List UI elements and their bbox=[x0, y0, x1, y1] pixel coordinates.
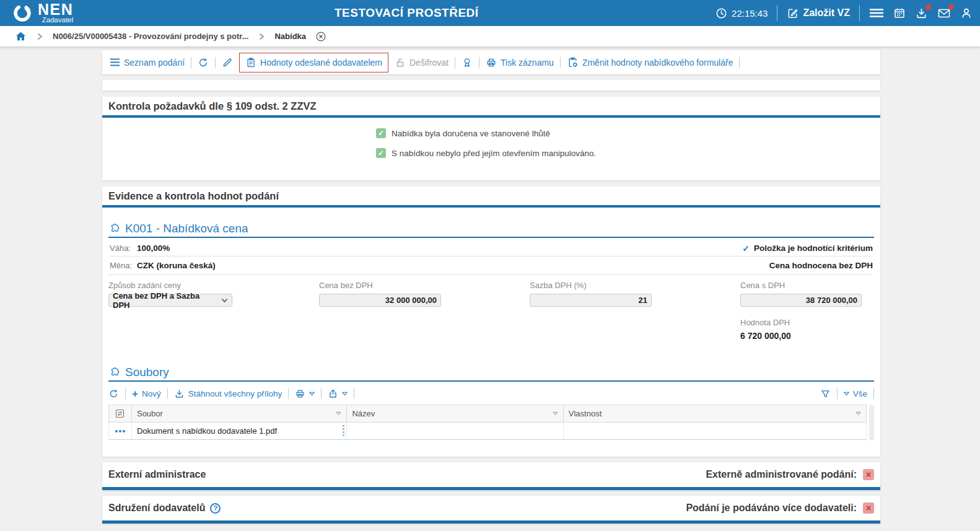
pencil-icon bbox=[222, 57, 233, 68]
column-filter-icon[interactable] bbox=[855, 411, 861, 416]
row-vlastnost-cell[interactable] bbox=[564, 423, 866, 439]
create-vz-label: Založit VZ bbox=[803, 7, 850, 19]
check-label: S nabídkou nebylo před jejím otevřením m… bbox=[392, 149, 596, 158]
breadcrumb-case-link[interactable]: N006/25/V00005438 - Provozování prodejny… bbox=[53, 32, 248, 41]
evidence-section-title: Evidence a kontrola hodnot podání bbox=[102, 187, 880, 208]
check-label: Nabídka byla doručena ve stanovené lhůtě bbox=[392, 129, 550, 138]
vaha-value: 100,00% bbox=[137, 244, 170, 253]
award-button[interactable] bbox=[462, 57, 473, 68]
column-header-vlastnost[interactable]: Vlastnost bbox=[564, 405, 866, 422]
toolbar-divider bbox=[125, 388, 126, 399]
cena-s-dph-field: Cena s DPH 38 720 000,00 bbox=[740, 281, 862, 307]
dropdown-triangle-icon bbox=[342, 392, 348, 396]
red-cross-icon: × bbox=[863, 469, 874, 480]
table-scrollbar[interactable] bbox=[869, 405, 874, 441]
sazba-dph-input[interactable]: 21 bbox=[530, 294, 652, 307]
table-settings-cell[interactable] bbox=[109, 405, 132, 422]
cena-s-dph-input[interactable]: 38 720 000,00 bbox=[740, 294, 862, 307]
nen-logo[interactable]: NEN Zadavatel bbox=[12, 0, 73, 26]
toolbar-divider bbox=[191, 57, 191, 68]
column-header-label: Vlastnost bbox=[569, 409, 855, 418]
zmenit-hodnoty-button[interactable]: Změnit hodnoty nabídkového formuláře bbox=[567, 56, 733, 68]
desifrovat-button[interactable]: Dešifrovat bbox=[395, 57, 448, 68]
close-tab-icon[interactable] bbox=[315, 31, 326, 42]
soubory-refresh-button[interactable] bbox=[108, 388, 119, 399]
k001-title: K001 - Nabídková cena bbox=[125, 222, 248, 235]
cena-bez-dph-input[interactable]: 32 000 000,00 bbox=[319, 294, 441, 307]
toolbar-divider bbox=[873, 388, 874, 399]
stahnout-prilohy-button[interactable]: Stáhnout všechny přílohy bbox=[174, 388, 282, 399]
clipboard-gear-icon bbox=[567, 56, 579, 68]
table-row[interactable]: Dokument s nabídkou dodavatele 1.pdf bbox=[108, 423, 867, 440]
downloads-notification-badge bbox=[925, 4, 931, 10]
user-profile-button[interactable] bbox=[960, 7, 973, 19]
main-menu-button[interactable] bbox=[869, 7, 884, 19]
unlock-icon bbox=[395, 57, 406, 68]
compose-icon bbox=[787, 7, 798, 19]
funnel-icon bbox=[820, 388, 831, 399]
clock-icon bbox=[715, 7, 727, 19]
column-filter-icon[interactable] bbox=[336, 411, 341, 416]
filter-button[interactable] bbox=[820, 388, 831, 399]
externi-title: Externí administrace bbox=[108, 469, 206, 480]
novy-button[interactable]: + Nový bbox=[132, 388, 161, 399]
seznam-podani-button[interactable]: Seznam podání bbox=[110, 58, 185, 68]
cena-bez-dph-field: Cena bez DPH 32 000 000,00 bbox=[319, 281, 441, 307]
sdruzeni-flag-label: Podání je podáváno více dodavateli: bbox=[686, 502, 857, 514]
toolbar-divider bbox=[167, 388, 168, 399]
vse-filter-button[interactable]: Vše bbox=[844, 389, 867, 398]
row-nazev-cell[interactable] bbox=[347, 423, 563, 439]
column-filter-icon[interactable] bbox=[553, 411, 558, 416]
header-divider bbox=[777, 5, 777, 21]
check-row-delivered: ✓ Nabídka byla doručena ve stanovené lhů… bbox=[376, 128, 880, 138]
top-right-actions: 22:15:43 Založit VZ bbox=[715, 0, 973, 26]
soubory-subsection-header: Soubory bbox=[108, 364, 874, 382]
help-icon[interactable]: ? bbox=[210, 503, 221, 514]
externi-administrace-section: Externí administrace Externě administrov… bbox=[102, 462, 880, 490]
column-header-nazev[interactable]: Název bbox=[347, 405, 563, 422]
create-vz-button[interactable]: Založit VZ bbox=[787, 7, 850, 19]
row-menu-cell[interactable] bbox=[109, 423, 132, 439]
tisk-zaznamu-button[interactable]: Tisk záznamu bbox=[486, 57, 554, 68]
zpusob-zadani-value: Cena bez DPH a Sazba DPH bbox=[113, 291, 217, 310]
zpusob-zadani-select[interactable]: Cena bez DPH a Sazba DPH bbox=[108, 294, 232, 307]
edit-button[interactable] bbox=[222, 57, 233, 68]
soubory-print-button[interactable] bbox=[295, 388, 315, 399]
toolbar-divider bbox=[837, 388, 838, 399]
record-toolbar: Seznam podání bbox=[102, 50, 880, 74]
file-name: Dokument s nabídkou dodavatele 1.pdf bbox=[137, 426, 277, 436]
top-header-bar: NEN Zadavatel TESTOVACÍ PROSTŘEDÍ 22:15:… bbox=[0, 0, 980, 26]
row-soubor-cell[interactable]: Dokument s nabídkou dodavatele 1.pdf bbox=[132, 423, 347, 439]
soubory-filter-tools: Vše bbox=[820, 388, 874, 399]
column-header-soubor[interactable]: Soubor bbox=[132, 405, 347, 422]
home-icon[interactable] bbox=[15, 30, 27, 42]
clipboard-icon bbox=[245, 57, 256, 68]
hodnota-dph-value: 6 720 000,00 bbox=[740, 331, 791, 341]
check-row-not-manipulated: ✓ S nabídkou nebylo před jejím otevřením… bbox=[376, 148, 880, 158]
refresh-icon bbox=[198, 57, 209, 68]
calendar-button[interactable] bbox=[893, 7, 906, 19]
refresh-button[interactable] bbox=[198, 57, 209, 68]
downloads-button[interactable] bbox=[915, 7, 928, 20]
messages-notification-badge bbox=[948, 4, 954, 10]
soubory-table: Soubor Název Vlastnost bbox=[108, 405, 867, 440]
messages-button[interactable] bbox=[937, 7, 951, 19]
environment-title: TESTOVACÍ PROSTŘEDÍ bbox=[335, 0, 479, 26]
green-check-icon: ✓ bbox=[376, 128, 386, 138]
mena-row: Měna: CZK (koruna česká) Cena hodnocena … bbox=[108, 257, 873, 275]
collapsed-section-strip bbox=[102, 80, 880, 90]
puzzle-icon bbox=[108, 367, 120, 379]
column-settings-icon bbox=[115, 408, 125, 419]
k001-subsection-header: K001 - Nabídková cena bbox=[108, 221, 874, 238]
hodnoty-odeslane-button[interactable]: Hodnoty odeslané dodavatelem bbox=[239, 53, 388, 72]
chevron-right-icon bbox=[258, 32, 265, 41]
brand-role-label: Zadavatel bbox=[42, 17, 74, 24]
sazba-dph-label: Sazba DPH (%) bbox=[530, 281, 652, 290]
header-divider bbox=[859, 5, 860, 21]
soubory-export-button[interactable] bbox=[328, 388, 348, 399]
refresh-icon bbox=[108, 388, 119, 399]
current-time: 22:15:43 bbox=[732, 8, 768, 19]
dropdown-triangle-icon bbox=[309, 392, 315, 396]
drag-handle-icon[interactable] bbox=[343, 425, 344, 436]
kontrola-checklist: ✓ Nabídka byla doručena ve stanovené lhů… bbox=[376, 128, 880, 158]
